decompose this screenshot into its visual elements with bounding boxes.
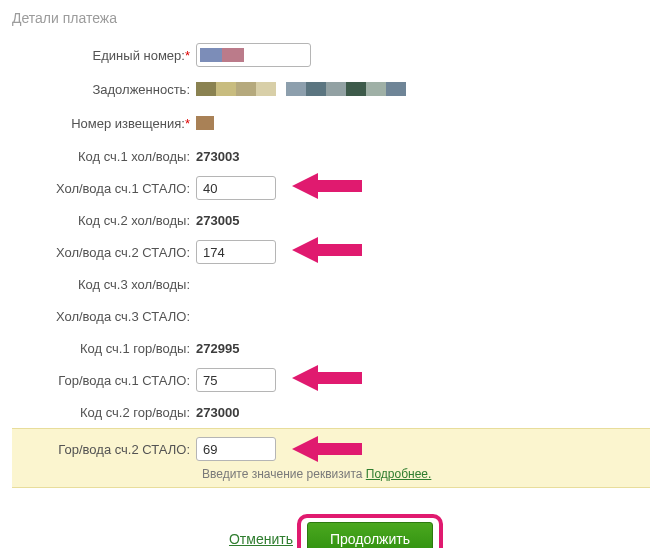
label-cold3-val: Хол/вода сч.3 СТАЛО: [12,309,196,324]
svg-marker-1 [292,237,362,263]
label-cold1-code: Код сч.1 хол/воды: [12,149,196,164]
label-hot1-val: Гор/вода сч.1 СТАЛО: [12,373,196,388]
payment-form: Единый номер:* Задолженность: Номер изве… [12,38,650,488]
label-notice: Номер извещения:* [12,116,196,131]
required-mark: * [185,116,190,131]
svg-marker-2 [292,365,362,391]
uid-redacted [200,48,244,62]
cold2-input[interactable] [196,240,276,264]
hint-link[interactable]: Подробнее. [366,467,432,481]
arrow-icon [292,432,362,466]
row-cold2-val: Хол/вода сч.2 СТАЛО: [12,236,650,268]
value-hot2-code: 273000 [196,405,239,420]
hint-text: Введите значение реквизита [202,467,366,481]
row-hot1-val: Гор/вода сч.1 СТАЛО: [12,364,650,396]
required-mark: * [185,48,190,63]
value-hot1-code: 272995 [196,341,239,356]
row-uid: Единый номер:* [12,38,650,72]
continue-button[interactable]: Продолжить [307,522,433,548]
row-hot1-code: Код сч.1 гор/воды: 272995 [12,332,650,364]
arrow-icon [292,233,362,267]
label-cold3-code: Код сч.3 хол/воды: [12,277,196,292]
label-cold1-val: Хол/вода сч.1 СТАЛО: [12,181,196,196]
svg-marker-0 [292,173,362,199]
label-debt: Задолженность: [12,82,196,97]
debt-redacted [196,82,406,96]
label-hot2-code: Код сч.2 гор/воды: [12,405,196,420]
notice-redacted [196,116,214,130]
row-cold1-code: Код сч.1 хол/воды: 273003 [12,140,650,172]
label-hot2-val: Гор/вода сч.2 СТАЛО: [12,442,196,457]
arrow-icon [292,361,362,395]
value-cold2-code: 273005 [196,213,239,228]
arrow-icon [292,169,362,203]
cancel-link[interactable]: Отменить [229,531,293,547]
row-notice: Номер извещения:* [12,106,650,140]
hint: Введите значение реквизита Подробнее. [202,467,650,481]
label-cold2-val: Хол/вода сч.2 СТАЛО: [12,245,196,260]
label-uid: Единый номер:* [12,48,196,63]
row-hot2-code: Код сч.2 гор/воды: 273000 [12,396,650,428]
row-cold2-code: Код сч.2 хол/воды: 273005 [12,204,650,236]
cold1-input[interactable] [196,176,276,200]
label-cold2-code: Код сч.2 хол/воды: [12,213,196,228]
row-hot2-val: Гор/вода сч.2 СТАЛО: [12,435,650,463]
label-hot1-code: Код сч.1 гор/воды: [12,341,196,356]
row-hot2-val-highlight: Гор/вода сч.2 СТАЛО: Введите значение ре… [12,428,650,488]
hot1-input[interactable] [196,368,276,392]
value-cold1-code: 273003 [196,149,239,164]
actions: Отменить Продолжить [12,514,650,548]
row-cold1-val: Хол/вода сч.1 СТАЛО: [12,172,650,204]
svg-marker-3 [292,436,362,462]
row-debt: Задолженность: [12,72,650,106]
row-cold3-code: Код сч.3 хол/воды: [12,268,650,300]
section-title: Детали платежа [12,10,650,26]
row-cold3-val: Хол/вода сч.3 СТАЛО: [12,300,650,332]
hot2-input[interactable] [196,437,276,461]
